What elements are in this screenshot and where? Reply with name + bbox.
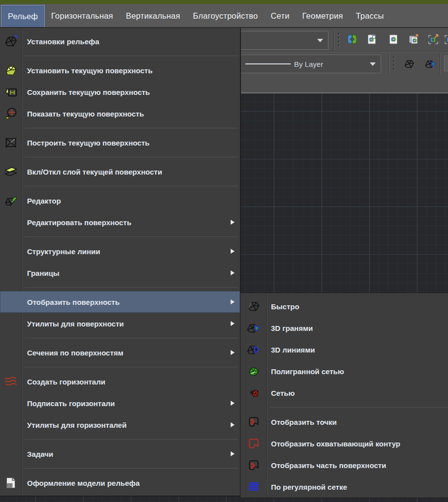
menu-item[interactable]: Сохранить текущую поверхность — [0, 81, 240, 103]
toolbar-grip[interactable] — [338, 33, 341, 46]
menu-separator — [0, 52, 240, 59]
surface-quick-button[interactable] — [402, 57, 416, 71]
doc-inspect-icon — [366, 33, 378, 45]
menu-item[interactable]: 3D гранями — [240, 317, 448, 339]
menu-separator — [0, 363, 240, 371]
show-points-icon — [240, 415, 267, 429]
menu-item-label: Отобразить точки — [271, 418, 337, 426]
menu-item[interactable]: Вкл/Откл слой текущей поверхности — [0, 161, 240, 182]
menu-item[interactable]: Построить текущую поверхность — [0, 132, 240, 153]
export-drawing-button[interactable] — [426, 32, 440, 46]
chevron-down-icon — [370, 62, 376, 66]
menu-item[interactable]: Задачи — [0, 443, 240, 465]
menu-item-label: Полигранной сетью — [271, 367, 344, 376]
menubar-item[interactable]: Сети — [264, 5, 296, 27]
menu-item[interactable]: Создать горизонтали — [0, 371, 240, 392]
toolbar-partial-button[interactable] — [444, 56, 448, 71]
menubar-item[interactable]: Вертикальная — [119, 5, 186, 27]
civil-app-button[interactable] — [345, 32, 359, 46]
menu-item-label: Подписать горизонтали — [27, 399, 115, 408]
menu-separator — [0, 436, 240, 443]
surface-faces-button[interactable] — [424, 57, 438, 71]
linetype-sample-line — [245, 63, 291, 64]
menu-item[interactable]: Границы — [0, 262, 240, 284]
menu-item-label: 3D гранями — [271, 324, 313, 332]
menu-item-label: Создать горизонтали — [27, 378, 105, 386]
submenu-arrow-icon — [231, 350, 235, 355]
menu-item[interactable]: Отобразить поверхность — [0, 291, 240, 313]
export-drawing-button[interactable] — [443, 32, 448, 46]
menu-separator — [0, 334, 240, 342]
doc-inspect-button[interactable] — [365, 32, 379, 46]
export-drawing-icon — [444, 33, 448, 45]
linetype-value: By Layer — [294, 60, 323, 68]
menu-item[interactable]: 3D линиями — [240, 339, 448, 360]
menu-item[interactable]: Сетью — [240, 382, 448, 404]
menu-item[interactable]: Подписать горизонтали — [0, 392, 240, 414]
menu-item[interactable]: Редактор — [0, 190, 240, 211]
toolbar-separator — [440, 53, 441, 75]
surface-quick-icon — [403, 58, 415, 70]
regular-grid-icon — [240, 480, 267, 494]
toolbar-area: By Layer — [241, 27, 448, 93]
doc-app-button[interactable] — [387, 32, 400, 46]
menu-item[interactable]: Отобразить охватывающий контур — [240, 433, 448, 454]
submenu-arrow-icon — [231, 270, 235, 275]
civil-app-icon — [346, 33, 358, 45]
named-view-combobox[interactable] — [241, 31, 329, 50]
linetype-combobox[interactable]: By Layer — [241, 55, 381, 73]
toolbar-grip[interactable] — [393, 57, 396, 70]
menu-item[interactable]: Установить текущую поверхность — [0, 59, 240, 81]
menu-item[interactable]: По регулярной сетке — [240, 476, 448, 498]
menu-item-label: Утилиты для горизонталей — [27, 421, 126, 429]
menu-item[interactable]: Установки рельефа — [0, 30, 240, 52]
menu-item[interactable]: Полигранной сетью — [240, 360, 448, 382]
surface-faces-icon — [425, 58, 437, 70]
lines-3d-icon — [240, 343, 267, 356]
menu-separator — [0, 233, 240, 240]
toolbar-separator — [333, 30, 334, 51]
menu-separator — [0, 284, 240, 291]
menu-item[interactable]: Отобразить часть поверхности — [240, 454, 448, 476]
submenu-arrow-icon — [231, 451, 235, 456]
menu-separator — [0, 465, 240, 472]
menu-item-label: Редактор — [27, 197, 61, 205]
menu-item[interactable]: Быстро — [240, 295, 448, 317]
menubar-item[interactable]: Трассы — [349, 5, 390, 27]
toggle-surface-layer-icon — [0, 164, 22, 179]
menubar-item[interactable]: Рельеф — [1, 5, 45, 27]
app-window: { "menubar": { "items": [ {"label": "Рел… — [0, 0, 448, 502]
faces-3d-icon — [240, 321, 267, 335]
menu-item[interactable]: Утилиты для поверхности — [0, 313, 240, 334]
menubar-item[interactable]: Геометрия — [296, 5, 350, 27]
copy-to-drawing-icon — [408, 33, 419, 45]
menubar-item[interactable]: Горизонтальная — [45, 5, 119, 27]
menubar-item[interactable]: Благоустройство — [186, 5, 264, 27]
menu-item[interactable]: Сечения по поверхностям — [0, 342, 240, 363]
menu-item-label: Установки рельефа — [27, 37, 99, 46]
menu-item[interactable]: Оформление модели рельефа — [0, 472, 240, 494]
submenu-arrow-icon — [231, 401, 235, 406]
menu-item[interactable]: Структурные линии — [0, 240, 240, 262]
menu-item-label: По регулярной сетке — [271, 483, 347, 491]
menu-item[interactable]: Отобразить точки — [240, 411, 448, 433]
show-current-surface-icon — [0, 106, 22, 121]
show-surface-part-icon — [240, 458, 267, 472]
menu-item[interactable]: Редактировать поверхность — [0, 211, 240, 233]
show-bounding-contour-icon — [240, 437, 267, 450]
relief-menu: Установки рельефаУстановить текущую пове… — [0, 27, 241, 497]
menu-item[interactable]: Утилиты для горизонталей — [0, 414, 240, 436]
quick-display-icon — [240, 299, 267, 313]
doc-app-icon — [388, 33, 399, 45]
menu-item-label: Сохранить текущую поверхность — [27, 88, 150, 96]
menu-item[interactable]: Показать текущую поверхность — [0, 103, 240, 124]
copy-to-drawing-button[interactable] — [407, 32, 420, 46]
relief-settings-icon — [0, 34, 22, 49]
submenu-arrow-icon — [231, 299, 235, 304]
menu-item-label: 3D линиями — [271, 346, 315, 354]
submenu-arrow-icon — [231, 422, 235, 427]
set-current-surface-icon — [0, 63, 22, 78]
menu-item-label: Сетью — [271, 389, 295, 397]
menu-item-label: Показать текущую поверхность — [27, 110, 144, 118]
menu-item-label: Оформление модели рельефа — [27, 479, 140, 487]
